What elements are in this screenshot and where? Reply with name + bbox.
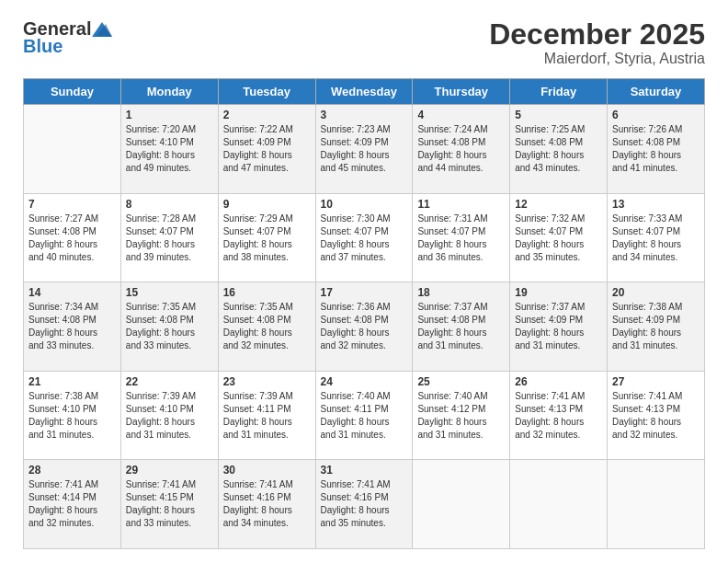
calendar-cell: 12Sunrise: 7:32 AM Sunset: 4:07 PM Dayli… xyxy=(510,193,608,282)
day-info: Sunrise: 7:41 AM Sunset: 4:16 PM Dayligh… xyxy=(223,478,311,530)
day-number: 17 xyxy=(321,286,408,299)
day-number: 24 xyxy=(321,375,408,388)
day-info: Sunrise: 7:22 AM Sunset: 4:09 PM Dayligh… xyxy=(223,123,311,175)
day-info: Sunrise: 7:36 AM Sunset: 4:08 PM Dayligh… xyxy=(321,301,408,352)
header-tuesday: Tuesday xyxy=(218,79,315,105)
day-info: Sunrise: 7:41 AM Sunset: 4:14 PM Dayligh… xyxy=(28,478,116,530)
day-number: 28 xyxy=(28,464,116,477)
logo-blue: Blue xyxy=(23,36,63,57)
day-number: 20 xyxy=(612,286,700,299)
header-monday: Monday xyxy=(120,79,218,105)
calendar-cell: 1Sunrise: 7:20 AM Sunset: 4:10 PM Daylig… xyxy=(120,105,218,194)
calendar-week-row: 7Sunrise: 7:27 AM Sunset: 4:08 PM Daylig… xyxy=(24,193,705,282)
calendar-cell: 8Sunrise: 7:28 AM Sunset: 4:07 PM Daylig… xyxy=(120,193,218,282)
calendar-cell: 29Sunrise: 7:41 AM Sunset: 4:15 PM Dayli… xyxy=(120,460,218,549)
day-number: 27 xyxy=(612,375,700,388)
day-number: 23 xyxy=(223,375,311,388)
location: Maierdorf, Styria, Austria xyxy=(489,51,705,67)
day-info: Sunrise: 7:28 AM Sunset: 4:07 PM Dayligh… xyxy=(126,213,213,264)
calendar-cell: 9Sunrise: 7:29 AM Sunset: 4:07 PM Daylig… xyxy=(218,193,315,282)
day-info: Sunrise: 7:41 AM Sunset: 4:13 PM Dayligh… xyxy=(515,390,602,442)
calendar-cell: 25Sunrise: 7:40 AM Sunset: 4:12 PM Dayli… xyxy=(413,371,510,460)
day-number: 29 xyxy=(126,464,213,477)
calendar-cell xyxy=(413,460,510,549)
day-number: 4 xyxy=(417,109,505,121)
day-info: Sunrise: 7:38 AM Sunset: 4:10 PM Dayligh… xyxy=(28,390,116,442)
calendar-cell: 15Sunrise: 7:35 AM Sunset: 4:08 PM Dayli… xyxy=(120,282,218,372)
day-info: Sunrise: 7:30 AM Sunset: 4:07 PM Dayligh… xyxy=(321,213,408,264)
day-info: Sunrise: 7:32 AM Sunset: 4:07 PM Dayligh… xyxy=(515,213,602,264)
calendar-cell: 6Sunrise: 7:26 AM Sunset: 4:08 PM Daylig… xyxy=(608,105,705,194)
day-number: 14 xyxy=(28,286,116,299)
calendar-cell: 7Sunrise: 7:27 AM Sunset: 4:08 PM Daylig… xyxy=(24,193,121,282)
day-number: 8 xyxy=(126,198,213,211)
day-info: Sunrise: 7:31 AM Sunset: 4:07 PM Dayligh… xyxy=(417,213,505,264)
day-number: 1 xyxy=(126,109,213,121)
month-title: December 2025 xyxy=(489,18,705,51)
weekday-header-row: Sunday Monday Tuesday Wednesday Thursday… xyxy=(24,79,705,105)
logo-icon xyxy=(92,22,112,37)
day-info: Sunrise: 7:35 AM Sunset: 4:08 PM Dayligh… xyxy=(223,301,311,352)
day-number: 13 xyxy=(612,198,700,211)
day-number: 15 xyxy=(126,286,213,299)
calendar-cell xyxy=(510,460,608,549)
day-info: Sunrise: 7:25 AM Sunset: 4:08 PM Dayligh… xyxy=(515,123,602,175)
day-info: Sunrise: 7:37 AM Sunset: 4:08 PM Dayligh… xyxy=(417,301,505,352)
calendar-cell: 13Sunrise: 7:33 AM Sunset: 4:07 PM Dayli… xyxy=(608,193,705,282)
day-info: Sunrise: 7:33 AM Sunset: 4:07 PM Dayligh… xyxy=(612,213,700,264)
calendar-cell: 31Sunrise: 7:41 AM Sunset: 4:16 PM Dayli… xyxy=(315,460,413,549)
header: General Blue December 2025 Maierdorf, St… xyxy=(23,18,705,67)
day-info: Sunrise: 7:40 AM Sunset: 4:11 PM Dayligh… xyxy=(321,390,408,442)
calendar-cell: 26Sunrise: 7:41 AM Sunset: 4:13 PM Dayli… xyxy=(510,371,608,460)
day-info: Sunrise: 7:41 AM Sunset: 4:16 PM Dayligh… xyxy=(321,478,408,530)
day-info: Sunrise: 7:34 AM Sunset: 4:08 PM Dayligh… xyxy=(28,301,116,352)
title-section: December 2025 Maierdorf, Styria, Austria xyxy=(489,18,705,67)
day-info: Sunrise: 7:37 AM Sunset: 4:09 PM Dayligh… xyxy=(515,301,602,352)
calendar-cell xyxy=(608,460,705,549)
day-number: 18 xyxy=(417,286,505,299)
day-number: 22 xyxy=(126,375,213,388)
day-number: 6 xyxy=(612,109,700,121)
calendar-cell: 3Sunrise: 7:23 AM Sunset: 4:09 PM Daylig… xyxy=(315,105,413,194)
day-number: 25 xyxy=(417,375,505,388)
calendar-cell: 16Sunrise: 7:35 AM Sunset: 4:08 PM Dayli… xyxy=(218,282,315,372)
header-sunday: Sunday xyxy=(24,79,121,105)
header-friday: Friday xyxy=(510,79,608,105)
calendar-cell: 2Sunrise: 7:22 AM Sunset: 4:09 PM Daylig… xyxy=(218,105,315,194)
header-wednesday: Wednesday xyxy=(315,79,413,105)
day-number: 3 xyxy=(321,109,408,121)
day-number: 11 xyxy=(417,198,505,211)
day-info: Sunrise: 7:39 AM Sunset: 4:11 PM Dayligh… xyxy=(223,390,311,442)
calendar-cell: 17Sunrise: 7:36 AM Sunset: 4:08 PM Dayli… xyxy=(315,282,413,372)
day-info: Sunrise: 7:26 AM Sunset: 4:08 PM Dayligh… xyxy=(612,123,700,175)
header-thursday: Thursday xyxy=(413,79,510,105)
calendar-cell: 24Sunrise: 7:40 AM Sunset: 4:11 PM Dayli… xyxy=(315,371,413,460)
day-info: Sunrise: 7:41 AM Sunset: 4:13 PM Dayligh… xyxy=(612,390,700,442)
calendar-cell: 19Sunrise: 7:37 AM Sunset: 4:09 PM Dayli… xyxy=(510,282,608,372)
calendar-cell xyxy=(24,105,121,194)
calendar-cell: 14Sunrise: 7:34 AM Sunset: 4:08 PM Dayli… xyxy=(24,282,121,372)
calendar-cell: 11Sunrise: 7:31 AM Sunset: 4:07 PM Dayli… xyxy=(413,193,510,282)
calendar-cell: 10Sunrise: 7:30 AM Sunset: 4:07 PM Dayli… xyxy=(315,193,413,282)
day-info: Sunrise: 7:29 AM Sunset: 4:07 PM Dayligh… xyxy=(223,213,311,264)
day-number: 30 xyxy=(223,464,311,477)
day-number: 31 xyxy=(321,464,408,477)
calendar-week-row: 21Sunrise: 7:38 AM Sunset: 4:10 PM Dayli… xyxy=(24,371,705,460)
calendar-cell: 18Sunrise: 7:37 AM Sunset: 4:08 PM Dayli… xyxy=(413,282,510,372)
page: General Blue December 2025 Maierdorf, St… xyxy=(0,0,728,563)
calendar-week-row: 28Sunrise: 7:41 AM Sunset: 4:14 PM Dayli… xyxy=(24,460,705,549)
calendar-cell: 4Sunrise: 7:24 AM Sunset: 4:08 PM Daylig… xyxy=(413,105,510,194)
day-info: Sunrise: 7:39 AM Sunset: 4:10 PM Dayligh… xyxy=(126,390,213,442)
day-number: 16 xyxy=(223,286,311,299)
day-number: 9 xyxy=(223,198,311,211)
calendar-week-row: 14Sunrise: 7:34 AM Sunset: 4:08 PM Dayli… xyxy=(24,282,705,372)
day-number: 26 xyxy=(515,375,602,388)
header-saturday: Saturday xyxy=(608,79,705,105)
day-number: 21 xyxy=(28,375,116,388)
day-number: 19 xyxy=(515,286,602,299)
calendar-cell: 22Sunrise: 7:39 AM Sunset: 4:10 PM Dayli… xyxy=(120,371,218,460)
calendar-week-row: 1Sunrise: 7:20 AM Sunset: 4:10 PM Daylig… xyxy=(24,105,705,194)
calendar-cell: 5Sunrise: 7:25 AM Sunset: 4:08 PM Daylig… xyxy=(510,105,608,194)
day-info: Sunrise: 7:24 AM Sunset: 4:08 PM Dayligh… xyxy=(417,123,505,175)
calendar-cell: 30Sunrise: 7:41 AM Sunset: 4:16 PM Dayli… xyxy=(218,460,315,549)
